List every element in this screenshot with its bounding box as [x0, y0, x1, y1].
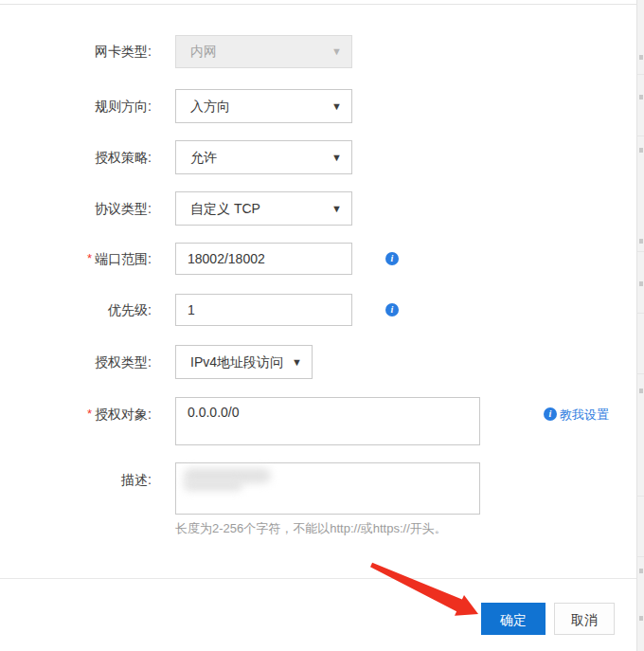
- priority-input[interactable]: [175, 294, 352, 326]
- port-range-label: *端口范围:: [0, 243, 152, 276]
- chevron-down-icon: ▼: [331, 192, 342, 225]
- protocol-type-value: 自定义 TCP: [190, 201, 260, 216]
- description-label: 描述:: [0, 468, 152, 491]
- auth-object-textarea[interactable]: 0.0.0.0/0: [175, 397, 480, 445]
- info-icon[interactable]: i: [385, 252, 399, 265]
- nic-type-value: 内网: [190, 44, 217, 59]
- chevron-down-icon: ▼: [292, 346, 302, 378]
- confirm-button[interactable]: 确定: [481, 603, 546, 635]
- auth-policy-value: 允许: [190, 150, 217, 165]
- auth-type-select[interactable]: IPv4地址段访问 ▼: [175, 345, 313, 379]
- rule-direction-label: 规则方向:: [0, 89, 152, 123]
- auth-type-label: 授权类型:: [0, 345, 152, 379]
- auth-policy-label: 授权策略:: [0, 140, 152, 174]
- info-icon[interactable]: i: [385, 303, 399, 316]
- auth-policy-select[interactable]: 允许 ▼: [175, 140, 352, 174]
- teach-me-setup-link[interactable]: 教我设置: [560, 407, 609, 422]
- chevron-down-icon: ▼: [331, 141, 342, 173]
- chevron-down-icon: ▼: [331, 36, 342, 67]
- background-page-edge: [636, 0, 644, 651]
- top-divider: [0, 4, 644, 5]
- description-textarea[interactable]: [175, 462, 480, 515]
- auth-type-value: IPv4地址段访问: [190, 354, 283, 370]
- protocol-type-label: 协议类型:: [0, 191, 152, 226]
- rule-direction-select[interactable]: 入方向 ▼: [175, 89, 352, 123]
- security-group-rule-dialog: 网卡类型: 内网 ▼ 规则方向: 入方向 ▼ 授权策略: 允许 ▼ 协议类型: …: [0, 0, 644, 651]
- cancel-button[interactable]: 取消: [554, 603, 615, 635]
- port-range-input[interactable]: [175, 243, 352, 275]
- footer-divider: [0, 578, 636, 579]
- description-hint: 长度为2-256个字符，不能以http://或https://开头。: [175, 520, 447, 537]
- nic-type-select: 内网 ▼: [175, 35, 352, 68]
- priority-label: 优先级:: [0, 294, 152, 326]
- info-icon[interactable]: i: [544, 407, 557, 421]
- rule-direction-value: 入方向: [190, 99, 230, 114]
- required-asterisk: *: [87, 407, 92, 421]
- protocol-type-select[interactable]: 自定义 TCP ▼: [175, 191, 352, 226]
- auth-object-label: *授权对象:: [0, 403, 152, 426]
- required-asterisk: *: [87, 251, 92, 265]
- chevron-down-icon: ▼: [331, 90, 342, 122]
- nic-type-label: 网卡类型:: [0, 35, 152, 68]
